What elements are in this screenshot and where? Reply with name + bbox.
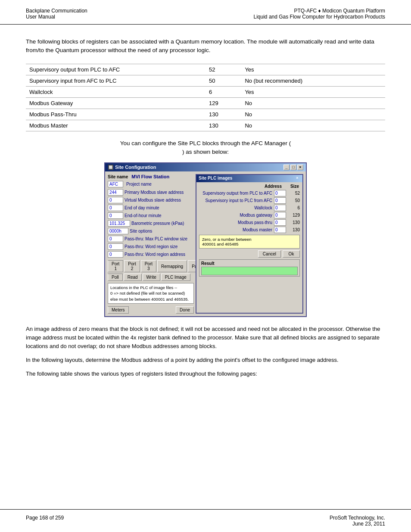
field-eod: 0 End of day minute xyxy=(108,205,194,211)
field-eod-label: End of day minute xyxy=(125,205,159,210)
header-left: Backplane Communication User Manual xyxy=(26,8,87,20)
row-name: Supervisory input from AFC to PLC xyxy=(26,75,206,86)
address-header: Address xyxy=(265,184,282,189)
ok-button[interactable]: Ok xyxy=(283,250,300,258)
info-box: Locations in the PLC of image files -- 0… xyxy=(108,283,194,304)
maximize-button[interactable]: □ xyxy=(290,165,296,170)
field-virtual: 0 Virtual Modbus slave address xyxy=(108,197,194,203)
main-content: The following blocks of registers can be… xyxy=(0,25,411,410)
page-footer: Page 168 of 259 ProSoft Technology, Inc.… xyxy=(0,509,411,532)
header-subtitle: User Manual xyxy=(26,14,87,20)
intro-paragraph: The following blocks of registers can be… xyxy=(26,37,385,55)
plc-address-input[interactable] xyxy=(274,197,286,204)
field-options: 0000h Site options xyxy=(108,228,194,234)
row-count: 130 xyxy=(206,120,241,131)
row-count: 129 xyxy=(206,97,241,109)
field-passthru-addr-label: Pass-thru: Word region address xyxy=(125,252,185,257)
plc-image-button[interactable]: PLC Image xyxy=(161,274,190,281)
minimize-button[interactable]: _ xyxy=(283,165,290,170)
plc-address-input[interactable] xyxy=(274,205,286,211)
field-244: 244 Primary Modbus slave address xyxy=(108,189,194,196)
plc-size-value: 6 xyxy=(288,205,300,210)
plc-address-input[interactable] xyxy=(274,212,286,218)
tab-port3[interactable]: Port 3 xyxy=(141,260,156,272)
cancel-button[interactable]: Cancel xyxy=(258,250,281,258)
header-description: Liquid and Gas Flow Computer for Hydroca… xyxy=(254,14,385,20)
site-name-label: Site name xyxy=(108,174,128,179)
plc-size-value: 130 xyxy=(288,227,300,232)
field-eod-input[interactable]: 0 xyxy=(108,205,123,211)
plc-address-input[interactable] xyxy=(274,227,286,233)
field-passthru-word-input[interactable]: 0 xyxy=(108,243,123,250)
footer-company: ProSoft Technology, Inc. xyxy=(330,515,385,521)
field-244-input[interactable]: 244 xyxy=(108,189,123,196)
field-options-input[interactable]: 0000h xyxy=(108,228,128,234)
result-box xyxy=(201,267,298,275)
footer-right: ProSoft Technology, Inc. June 23, 2011 xyxy=(330,515,385,527)
plc-address-input[interactable] xyxy=(274,190,286,196)
field-passthru-addr-input[interactable]: 0 xyxy=(108,251,123,258)
plc-field-label: Supervisory input to PLC from AFC xyxy=(199,198,272,203)
row-note: No xyxy=(241,120,385,131)
plc-buttons-row: Cancel Ok xyxy=(199,250,300,258)
done-button[interactable]: Done xyxy=(176,306,194,314)
field-passthru-word-label: Pass-thru: Word region size xyxy=(125,244,177,249)
plc-size-value: 129 xyxy=(288,213,300,218)
table-row: Modbus Pass-Thru 130 No xyxy=(26,109,385,120)
footer-date: June 23, 2011 xyxy=(330,521,385,527)
row-name: Supervisory output from PLC to AFC xyxy=(26,64,206,75)
description-3: The following table shows the various ty… xyxy=(26,370,385,378)
plc-field-label: Modbus gateway xyxy=(199,213,272,218)
screenshot-area: 🔲 Site Configuration _ □ × Site name MVI… xyxy=(26,162,385,317)
plc-column-headers: Address Size xyxy=(199,184,300,189)
window-controls[interactable]: _ □ × xyxy=(283,165,303,170)
tab-port2[interactable]: Port 2 xyxy=(124,260,140,272)
plc-size-value: 130 xyxy=(288,220,300,225)
plc-field-row: Modbus pass-thru 130 xyxy=(199,219,300,226)
write-button[interactable]: Write xyxy=(143,274,160,281)
field-passthru-max-input[interactable]: 0 xyxy=(108,236,123,242)
field-eoh: 0 End-of-hour minute xyxy=(108,212,194,219)
row-count: 6 xyxy=(206,86,241,97)
plc-field-row: Modbus master 130 xyxy=(199,227,300,233)
plc-close-btn[interactable]: × xyxy=(294,176,300,181)
row-note: No (but recommended) xyxy=(241,75,385,86)
read-button[interactable]: Read xyxy=(124,274,142,281)
project-name-label: Project name xyxy=(126,182,152,187)
configure-text: You can configure the Site PLC blocks th… xyxy=(26,139,385,157)
field-passthru-addr: 0 Pass-thru: Word region address xyxy=(108,251,194,258)
description-2: In the following layouts, determine the … xyxy=(26,356,385,364)
plc-tooltip: Zero, or a number between400001 and 4654… xyxy=(199,235,300,249)
size-header: Size xyxy=(290,184,299,189)
field-virtual-label: Virtual Modbus slave address xyxy=(125,198,181,202)
row-count: 50 xyxy=(206,75,241,86)
tab-remapping[interactable]: Remapping xyxy=(157,260,187,272)
field-passthru-max: 0 Pass-thru: Max PLC window size xyxy=(108,236,194,242)
plc-address-input[interactable] xyxy=(274,219,286,226)
row-note: Yes xyxy=(241,86,385,97)
windows-screenshot: 🔲 Site Configuration _ □ × Site name MVI… xyxy=(104,162,307,317)
plc-field-row: Wallclock 6 xyxy=(199,205,300,211)
field-options-label: Site options xyxy=(130,229,152,233)
plc-images-body: Address Size Supervisory output from PLC… xyxy=(196,182,302,278)
header-title: Backplane Communication xyxy=(26,8,87,14)
row-name: Wallclock xyxy=(26,86,206,97)
tab-port1[interactable]: Port 1 xyxy=(108,260,123,272)
field-eoh-input[interactable]: 0 xyxy=(108,212,123,219)
description-1: An image address of zero means that the … xyxy=(26,325,385,351)
field-baro-input[interactable]: 101.325 xyxy=(108,220,130,227)
row-name: Modbus Gateway xyxy=(26,97,206,109)
site-config-titlebar: 🔲 Site Configuration _ □ × xyxy=(105,163,306,171)
project-row: AFC Project name xyxy=(108,181,194,187)
close-button[interactable]: × xyxy=(297,165,303,170)
plc-field-label: Supervisory output from PLC to AFC xyxy=(199,191,272,196)
meters-button[interactable]: Meters xyxy=(108,306,129,314)
afc-field[interactable]: AFC xyxy=(108,181,123,187)
plc-images-titlebar: Site PLC images × xyxy=(196,175,302,182)
page-header: Backplane Communication User Manual PTQ-… xyxy=(0,0,411,25)
field-virtual-input[interactable]: 0 xyxy=(108,197,123,203)
footer-page: Page 168 of 259 xyxy=(26,515,64,527)
poll-button[interactable]: Poll xyxy=(108,274,123,281)
field-244-label: Primary Modbus slave address xyxy=(125,190,184,195)
header-product: PTQ-AFC ♦ Modicon Quantum Platform xyxy=(294,8,385,14)
